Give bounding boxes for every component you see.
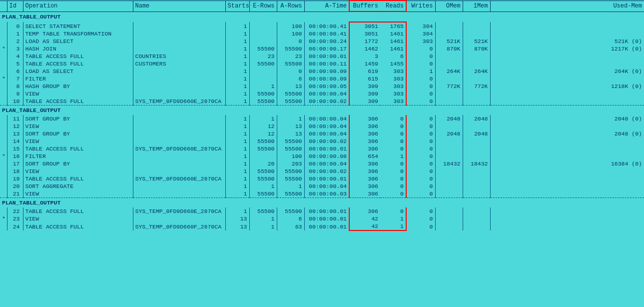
table-row: 13 SORT GROUP BY1121300:00:00.0430600204… — [0, 130, 644, 138]
execution-plan-table: Id Operation Name Starts E-Rows A-Rows A… — [0, 0, 644, 231]
table-row: 10 TABLE ACCESS FULLSYS_TEMP_0FD9D660E_2… — [0, 98, 644, 106]
section-label-row: PLAN_TABLE_OUTPUT — [0, 198, 644, 208]
header-omem: OMem — [435, 0, 463, 12]
table-row: 8 HASH GROUP BY111300:00:00.053093030772… — [0, 82, 644, 90]
header-atime: A-Time — [304, 0, 349, 12]
table-row: 21 VIEW1555005550000:00:00.0330600 — [0, 190, 644, 198]
header-name: Name — [133, 0, 225, 12]
header-star — [0, 0, 7, 12]
table-row: 6 LOAD AS SELECT1000:00:00.096193031264K… — [0, 68, 644, 75]
table-row: 20 SORT AGGREGATE11100:00:00.0430600 — [0, 182, 644, 190]
table-row: 19 TABLE ACCESS FULLSYS_TEMP_0FD9D660E_2… — [0, 175, 644, 182]
table-row: *16 FILTER110000:00:00.0865410 — [0, 152, 644, 160]
section-label-row: PLAN_TABLE_OUTPUT — [0, 12, 644, 22]
table-row: 9 VIEW1555005550000:00:00.043093030 — [0, 90, 644, 98]
table-row: *7 FILTER1600:00:00.096153030 — [0, 75, 644, 82]
table-row: 0SELECT STATEMENT110000:00:00.4130511765… — [0, 22, 644, 30]
table-row: 2 LOAD AS SELECT1000:00:00.2417721461303… — [0, 38, 644, 45]
table-row: 17 SORT GROUP BY12020300:00:00.043060018… — [0, 160, 644, 168]
header-arows: A-Rows — [277, 0, 304, 12]
table-row: 11 SORT GROUP BY11100:00:00.043060020482… — [0, 115, 644, 122]
table-header-row: Id Operation Name Starts E-Rows A-Rows A… — [0, 0, 644, 12]
header-id: Id — [7, 0, 23, 12]
header-erows: E-Rows — [249, 0, 277, 12]
header-1mem: 1Mem — [463, 0, 490, 12]
header-operation: Operation — [23, 0, 133, 12]
table-row: 12 VIEW1121300:00:00.0430600 — [0, 122, 644, 130]
table-row: 4 TABLE ACCESS FULLCOUNTRIES1232300:00:0… — [0, 52, 644, 60]
header-usedmem: Used-Mem — [490, 0, 644, 12]
header-starts: Starts — [225, 0, 249, 12]
section-label-row: PLAN_TABLE_OUTPUT — [0, 106, 644, 116]
header-writes: Writes — [406, 0, 435, 12]
header-buffers: Buffers — [349, 0, 380, 12]
table-row: 14 VIEW1555005550000:00:00.0230600 — [0, 138, 644, 145]
header-reads: Reads — [380, 0, 406, 12]
table-row: 15 TABLE ACCESS FULLSYS_TEMP_0FD9D660E_2… — [0, 145, 644, 152]
table-row: 5 TABLE ACCESS FULLCUSTOMERS155500555000… — [0, 60, 644, 68]
table-row: 22 TABLE ACCESS FULLSYS_TEMP_0FD9D660E_2… — [0, 208, 644, 215]
table-row: 24 TABLE ACCESS FULLSYS_TEMP_0FD9D660F_2… — [0, 222, 644, 230]
table-row: *23 VIEW131600:00:00.014210 — [0, 215, 644, 222]
table-row: 1 TEMP TABLE TRANSFORMATION110000:00:00.… — [0, 30, 644, 38]
main-container: Id Operation Name Starts E-Rows A-Rows A… — [0, 0, 644, 307]
table-row: 18 VIEW1555005550000:00:00.0230600 — [0, 168, 644, 175]
table-row: *3 HASH JOIN1555005550000:00:00.17146214… — [0, 45, 644, 52]
